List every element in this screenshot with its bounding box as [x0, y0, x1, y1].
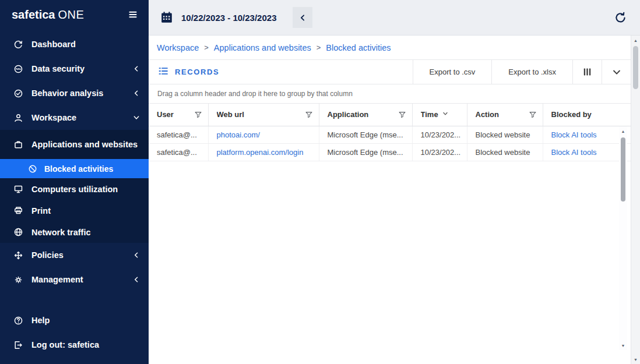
cell-user: safetica@...: [149, 126, 208, 143]
content: Workspace > Applications and websites > …: [149, 36, 631, 364]
date-prev-button[interactable]: [293, 7, 312, 28]
column-label: Action: [476, 110, 499, 119]
web-url-link[interactable]: platform.openai.com/login: [217, 148, 304, 157]
scroll-down-icon[interactable]: ▼: [619, 341, 627, 350]
breadcrumb-item-blocked-activities[interactable]: Blocked activities: [326, 43, 391, 52]
breadcrumb-item-applications-and-websites[interactable]: Applications and websites: [214, 43, 311, 52]
chevron-left-icon: [132, 65, 140, 73]
nav-label: Computers utilization: [31, 185, 118, 194]
sidebar-item-blocked-activities[interactable]: Blocked activities: [0, 159, 149, 178]
cell-application: Microsoft Edge (mse...: [319, 126, 412, 143]
refresh-button[interactable]: [610, 7, 631, 28]
nav-label: Blocked activities: [44, 164, 113, 174]
grid-vertical-scrollbar[interactable]: ▲ ▼: [619, 126, 627, 350]
nav-label: Policies: [31, 250, 64, 260]
sidebar-header: safeticaONE: [0, 0, 149, 29]
records-table: User Web url Application: [149, 104, 631, 161]
blocked-by-link[interactable]: Block AI tools: [551, 130, 597, 139]
cell-action: Blocked website: [467, 126, 543, 143]
export-csv-button[interactable]: Export to .csv: [413, 60, 492, 84]
breadcrumb-separator: >: [317, 43, 321, 52]
blocked-by-link[interactable]: Block AI tools: [551, 148, 597, 157]
app-logo: safeticaONE: [12, 8, 84, 22]
scrollbar-thumb[interactable]: [621, 137, 625, 202]
sidebar-item-data-security[interactable]: Data security: [0, 56, 149, 81]
app-window: safeticaONE Dashboard Data security Beha…: [0, 0, 640, 364]
date-range[interactable]: 10/22/2023 - 10/23/2023: [181, 13, 276, 23]
column-header-action[interactable]: Action: [467, 104, 543, 126]
nav-label: Management: [31, 275, 83, 284]
column-header-time[interactable]: Time: [412, 104, 467, 126]
column-header-web-url[interactable]: Web url: [208, 104, 319, 126]
menu-toggle-icon[interactable]: [128, 9, 138, 20]
calendar-button[interactable]: [154, 5, 179, 30]
column-header-blocked-by[interactable]: Blocked by: [543, 104, 631, 126]
sidebar-item-workspace[interactable]: Workspace: [0, 105, 149, 130]
cell-web-url: platform.openai.com/login: [208, 143, 319, 161]
nav-label: Dashboard: [31, 40, 76, 49]
breadcrumb-separator: >: [204, 43, 209, 52]
cell-time: 10/23/202...: [412, 143, 467, 161]
scroll-down-icon[interactable]: ▼: [631, 355, 640, 364]
columns-icon: [582, 67, 592, 77]
column-chooser-button[interactable]: [572, 60, 602, 84]
filter-icon[interactable]: [305, 111, 313, 119]
network-icon: [13, 227, 23, 238]
sidebar-item-management[interactable]: Management: [0, 267, 149, 292]
sidebar-item-behavior-analysis[interactable]: Behavior analysis: [0, 81, 149, 105]
main-area: 10/22/2023 - 10/23/2023 Workspace > Appl…: [149, 0, 640, 364]
filter-icon[interactable]: [398, 111, 406, 119]
nav-label: Print: [31, 206, 51, 215]
management-icon: [13, 274, 23, 285]
sidebar-item-print[interactable]: Print: [0, 200, 149, 221]
collapse-panel-button[interactable]: [602, 60, 631, 84]
column-header-application[interactable]: Application: [319, 104, 412, 126]
nav-label: Data security: [31, 64, 85, 73]
breadcrumb: Workspace > Applications and websites > …: [149, 36, 631, 59]
cell-blocked-by: Block AI tools: [543, 143, 631, 161]
workspace-icon: [13, 112, 23, 123]
sidebar-item-help[interactable]: Help: [0, 308, 149, 333]
scroll-up-icon[interactable]: ▲: [619, 126, 627, 136]
logout-icon: [13, 340, 23, 350]
scrollbar-thumb[interactable]: [633, 46, 638, 89]
help-icon: [13, 315, 23, 326]
table-row[interactable]: safetica@... photoai.com/ Microsoft Edge…: [149, 126, 631, 143]
table-row[interactable]: safetica@... platform.openai.com/login M…: [149, 143, 631, 161]
export-xlsx-button[interactable]: Export to .xlsx: [491, 60, 572, 84]
refresh-icon: [614, 12, 627, 24]
column-header-user[interactable]: User: [149, 104, 208, 126]
records-list-icon: [158, 66, 168, 79]
filter-icon[interactable]: [194, 111, 202, 119]
blocked-icon: [27, 164, 38, 174]
sidebar-item-network-traffic[interactable]: Network traffic: [0, 221, 149, 243]
behavior-analysis-icon: [13, 88, 23, 98]
column-label: User: [157, 110, 174, 119]
chevron-left-icon: [132, 89, 140, 97]
chevron-left-icon: [298, 13, 307, 22]
nav-label: Applications and websites: [31, 140, 138, 149]
group-drop-hint: Drag a column header and drop it here to…: [149, 84, 631, 104]
cell-application: Microsoft Edge (mse...: [319, 143, 412, 161]
table-header-row: User Web url Application: [149, 104, 631, 126]
sidebar-item-applications-and-websites[interactable]: Applications and websites: [0, 130, 149, 159]
sidebar-item-computers-utilization[interactable]: Computers utilization: [0, 178, 149, 200]
page-vertical-scrollbar[interactable]: ▲ ▼: [631, 36, 640, 364]
column-label: Time: [421, 110, 438, 119]
sort-descending-icon[interactable]: [442, 110, 449, 119]
filter-icon[interactable]: [529, 111, 537, 119]
cell-time: 10/23/202...: [412, 126, 467, 143]
body-row: Workspace > Applications and websites > …: [149, 35, 640, 364]
column-label: Blocked by: [551, 110, 592, 119]
chevron-down-icon: [611, 67, 622, 77]
records-toolbar: RECORDS Export to .csv Export to .xlsx: [149, 59, 631, 84]
sidebar-item-logout[interactable]: Log out: safetica: [0, 333, 149, 357]
sidebar-bottom: Help Log out: safetica: [0, 308, 149, 364]
breadcrumb-item-workspace[interactable]: Workspace: [157, 43, 199, 52]
scroll-up-icon[interactable]: ▲: [631, 36, 640, 45]
nav-label: Workspace: [31, 113, 76, 122]
sidebar-item-dashboard[interactable]: Dashboard: [0, 32, 149, 56]
nav-label: Help: [31, 316, 50, 325]
web-url-link[interactable]: photoai.com/: [217, 130, 260, 139]
sidebar-item-policies[interactable]: Policies: [0, 243, 149, 267]
